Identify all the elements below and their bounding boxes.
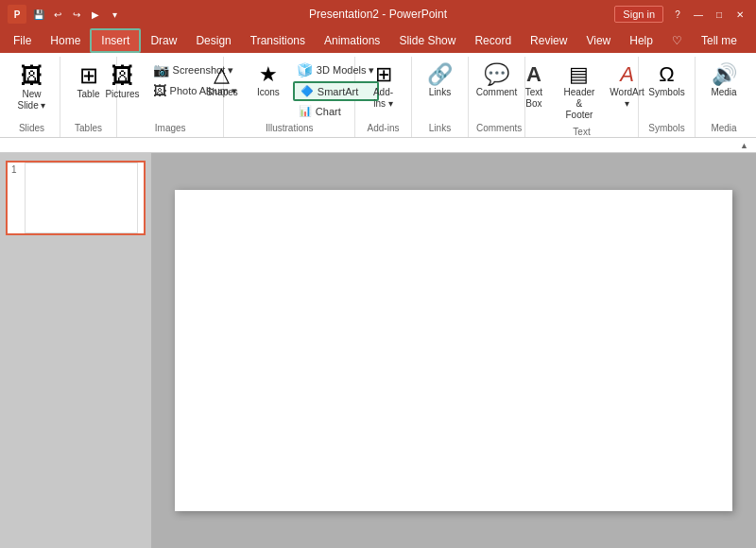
tables-group-label: Tables (68, 121, 109, 137)
window-title: Presentation2 - PowerPoint (309, 8, 447, 21)
text-group-content: A TextBox ▤ Header& Footer A WordArt ▾ (513, 57, 650, 125)
images-group-label: Images (125, 121, 215, 137)
shapes-label: Shapes (206, 87, 238, 98)
symbols-icon: Ω (659, 64, 674, 85)
menu-tell-me[interactable]: Tell me (692, 28, 747, 53)
symbols-label: Symbols (648, 87, 684, 98)
media-label: Media (711, 87, 736, 98)
symbols-button[interactable]: Ω Symbols (643, 60, 690, 102)
links-group-label: Links (420, 121, 460, 137)
new-slide-button[interactable]: 🖼 NewSlide ▾ (11, 60, 53, 115)
title-bar-right: Sign in ? — □ ✕ (614, 6, 748, 23)
media-button[interactable]: 🔊 Media (703, 60, 745, 102)
illustrations-group-content: △ Shapes ★ Icons 🧊 3D Models ▾ 🔷 SmartAr… (200, 57, 379, 121)
links-icon: 🔗 (427, 64, 453, 85)
ribbon-group-media: 🔊 Media Media (696, 57, 752, 137)
help-btn[interactable]: ? (669, 6, 686, 23)
menu-insert[interactable]: Insert (90, 28, 141, 53)
icons-button[interactable]: ★ Icons (248, 60, 289, 102)
undo-btn[interactable]: ↩ (49, 6, 66, 23)
customize-btn[interactable]: ▾ (106, 6, 123, 23)
icons-label: Icons (257, 87, 280, 98)
3d-models-icon: 🧊 (297, 62, 313, 77)
comment-icon: 💬 (484, 64, 509, 85)
menu-record[interactable]: Record (465, 28, 521, 53)
media-icon: 🔊 (712, 64, 737, 85)
symbols-group-content: Ω Symbols (643, 57, 690, 121)
textbox-button[interactable]: A TextBox (513, 60, 555, 113)
title-bar-left: P 💾 ↩ ↪ ▶ ▾ (8, 5, 123, 24)
menu-heart[interactable]: ♡ (662, 28, 692, 53)
pictures-button[interactable]: 🖼 Pictures (99, 60, 145, 104)
header-footer-icon: ▤ (569, 64, 589, 85)
ribbon-group-addins: ⊞ Add-ins ▾ Add-ins (355, 57, 412, 137)
slide-preview-1 (25, 163, 138, 233)
close-btn[interactable]: ✕ (731, 6, 748, 23)
addins-icon: ⊞ (375, 64, 392, 85)
textbox-label: TextBox (525, 87, 542, 110)
pictures-icon: 🖼 (112, 64, 134, 87)
addins-group-content: ⊞ Add-ins ▾ (363, 57, 404, 121)
main-area: 1 (0, 153, 756, 548)
links-label: Links (429, 87, 451, 98)
table-icon: ⊞ (79, 64, 98, 87)
shapes-icon: △ (214, 64, 230, 85)
menu-home[interactable]: Home (41, 28, 90, 53)
menu-design[interactable]: Design (186, 28, 240, 53)
header-footer-button[interactable]: ▤ Header& Footer (558, 60, 600, 125)
chart-icon: 📊 (299, 105, 312, 117)
illustrations-group-label: Illustrations (232, 121, 347, 137)
present-btn[interactable]: ▶ (87, 6, 104, 23)
ribbon-group-slides: 🖼 NewSlide ▾ Slides (4, 57, 60, 137)
slide-canvas-area (151, 153, 756, 548)
smartart-icon: 🔷 (301, 85, 314, 97)
slide-thumbnail-1[interactable]: 1 (6, 161, 146, 235)
slides-panel: 1 (0, 153, 151, 548)
shapes-button[interactable]: △ Shapes (200, 60, 244, 102)
window-controls: ? — □ ✕ (669, 6, 748, 23)
new-slide-icon: 🖼 (21, 64, 43, 87)
photo-album-icon: 🖼 (153, 83, 166, 98)
wordart-icon: A (620, 64, 634, 85)
menu-animations[interactable]: Animations (315, 28, 389, 53)
menu-file[interactable]: File (4, 28, 41, 53)
ribbon-collapse-bar[interactable]: ▲ (0, 138, 756, 153)
menu-view[interactable]: View (576, 28, 620, 53)
media-group-label: Media (703, 121, 745, 137)
header-footer-label: Header& Footer (564, 87, 595, 121)
slide-number-1: 1 (8, 163, 21, 177)
ribbon-group-illustrations: △ Shapes ★ Icons 🧊 3D Models ▾ 🔷 SmartAr… (224, 57, 355, 137)
menu-bar: File Home Insert Draw Design Transitions… (0, 28, 756, 53)
menu-transitions[interactable]: Transitions (241, 28, 315, 53)
symbols-group-label: Symbols (646, 121, 687, 137)
comment-label: Comment (476, 87, 517, 98)
comments-group-label: Comments (476, 121, 517, 137)
links-group-content: 🔗 Links (420, 57, 461, 121)
maximize-btn[interactable]: □ (711, 6, 728, 23)
ribbon-group-text: A TextBox ▤ Header& Footer A WordArt ▾ T… (525, 57, 639, 137)
menu-slideshow[interactable]: Slide Show (389, 28, 465, 53)
addins-button[interactable]: ⊞ Add-ins ▾ (363, 60, 404, 113)
menu-review[interactable]: Review (521, 28, 576, 53)
minimize-btn[interactable]: — (690, 6, 707, 23)
pictures-label: Pictures (105, 89, 139, 100)
save-quick-btn[interactable]: 💾 (30, 6, 47, 23)
menu-help[interactable]: Help (620, 28, 662, 53)
redo-btn[interactable]: ↪ (68, 6, 85, 23)
title-bar: P 💾 ↩ ↪ ▶ ▾ Presentation2 - PowerPoint S… (0, 0, 756, 28)
ribbon: 🖼 NewSlide ▾ Slides ⊞ Table Tables 🖼 Pic… (0, 53, 756, 138)
ribbon-group-symbols: Ω Symbols Symbols (639, 57, 696, 137)
slides-group-content: 🖼 NewSlide ▾ (11, 57, 53, 121)
new-slide-label: NewSlide ▾ (17, 89, 45, 111)
addins-group-label: Add-ins (363, 121, 404, 137)
sign-in-button[interactable]: Sign in (614, 6, 663, 23)
addins-label: Add-ins ▾ (373, 87, 393, 110)
smartart-label: SmartArt (318, 86, 358, 97)
slide-canvas[interactable] (175, 190, 732, 511)
menu-draw[interactable]: Draw (141, 28, 186, 53)
screenshot-icon: 📷 (153, 62, 169, 77)
collapse-icon: ▲ (740, 141, 748, 150)
links-button[interactable]: 🔗 Links (420, 60, 461, 102)
chart-label: Chart (316, 106, 341, 117)
quick-access-toolbar: 💾 ↩ ↪ ▶ ▾ (30, 6, 123, 23)
